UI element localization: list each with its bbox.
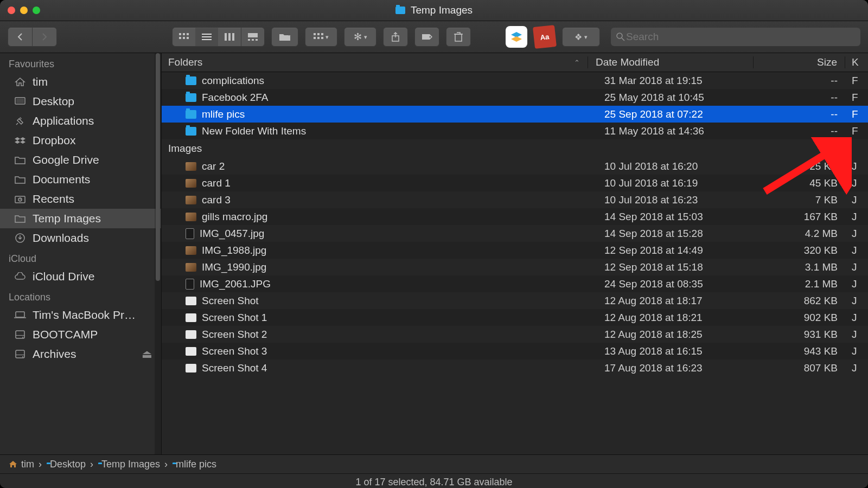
forward-button[interactable] <box>32 27 57 47</box>
file-row[interactable]: Screen Shot 417 Aug 2018 at 16:23807 KBJ <box>162 359 868 376</box>
group-header[interactable]: Images <box>162 139 868 158</box>
sidebar-item[interactable]: Google Drive <box>0 150 161 170</box>
breadcrumb-item[interactable]: Desktop <box>46 459 86 470</box>
file-row[interactable]: complications31 Mar 2018 at 19:15--F <box>162 72 868 89</box>
zoom-window-button[interactable] <box>33 7 40 14</box>
file-date: 12 Sep 2018 at 15:18 <box>597 261 762 273</box>
svg-rect-37 <box>16 355 24 355</box>
cloud-icon <box>14 272 26 281</box>
file-row[interactable]: Screen Shot 313 Aug 2018 at 16:15943 KBJ <box>162 343 868 359</box>
file-row[interactable]: mlife pics25 Sep 2018 at 07:22--F <box>162 106 868 123</box>
file-date: 14 Sep 2018 at 15:03 <box>597 211 762 223</box>
breadcrumb-item[interactable]: Temp Images <box>98 459 160 470</box>
file-size: 167 KB <box>762 211 845 223</box>
file-row[interactable]: Facebook 2FA25 May 2018 at 10:45--F <box>162 89 868 106</box>
column-size[interactable]: Size <box>753 56 845 68</box>
file-row[interactable]: IMG_1990.jpg12 Sep 2018 at 15:183.1 MBJ <box>162 259 868 275</box>
action-button[interactable]: ✻ ▾ <box>344 27 376 47</box>
eject-icon[interactable]: ⏏ <box>142 348 152 361</box>
dropbox-button[interactable]: ❖ ▾ <box>562 27 600 47</box>
breadcrumb-label: tim <box>21 459 34 470</box>
column-date[interactable]: Date Modified <box>588 56 753 68</box>
breadcrumb-label: Desktop <box>50 459 86 470</box>
sidebar-item-label: Documents <box>33 173 90 186</box>
column-kind[interactable]: K <box>845 56 868 68</box>
sidebar-item[interactable]: BOOTCAMP <box>0 325 161 344</box>
sidebar-scrollbar[interactable] <box>155 53 161 454</box>
file-size: 320 KB <box>762 245 845 256</box>
sidebar-item[interactable]: Temp Images <box>0 209 161 228</box>
breadcrumb-item[interactable]: tim <box>9 459 34 470</box>
back-button[interactable] <box>8 27 32 47</box>
chevron-right-icon: › <box>90 459 93 470</box>
folder-icon <box>14 175 26 184</box>
sidebar-item[interactable]: Desktop <box>0 92 161 111</box>
sidebar-item[interactable]: Downloads <box>0 228 161 248</box>
new-folder-button[interactable]: + <box>271 27 298 47</box>
chevron-down-icon: ▾ <box>584 34 588 41</box>
tags-button[interactable] <box>414 27 439 47</box>
sidebar-item-label: Dropbox <box>33 134 75 147</box>
file-date: 31 Mar 2018 at 19:15 <box>597 75 762 87</box>
sidebar-item-label: iCloud Drive <box>33 270 94 283</box>
search-field[interactable] <box>611 28 860 46</box>
title-bar[interactable]: Temp Images <box>0 0 868 21</box>
file-thumbnail-icon <box>186 364 196 373</box>
svg-rect-0 <box>179 33 181 35</box>
sidebar-item[interactable]: Tim's MacBook Pr… <box>0 305 161 325</box>
file-row[interactable]: car 210 Jul 2018 at 16:2025 KBJ <box>162 158 868 175</box>
breadcrumb-label: Temp Images <box>101 459 160 470</box>
sidebar-item-label: BOOTCAMP <box>33 328 98 341</box>
folder-icon <box>186 76 196 85</box>
sidebar-item-label: Applications <box>33 114 94 127</box>
folder-icon <box>14 214 26 223</box>
dictionary-app-icon[interactable]: Aa <box>533 25 557 49</box>
column-name[interactable]: Folders ⌃ <box>162 56 588 68</box>
sidebar-item[interactable]: Applications <box>0 111 161 131</box>
file-row[interactable]: Screen Shot12 Aug 2018 at 18:17862 KBJ <box>162 292 868 309</box>
gallery-view-button[interactable] <box>241 27 265 47</box>
app-icon-1[interactable] <box>506 26 527 48</box>
sidebar-item[interactable]: Dropbox <box>0 131 161 150</box>
file-row[interactable]: IMG_1988.jpg12 Sep 2018 at 14:49320 KBJ <box>162 242 868 259</box>
file-list: Folders ⌃ Date Modified Size K complicat… <box>162 53 868 454</box>
file-name: IMG_1988.jpg <box>202 245 266 256</box>
file-kind: J <box>845 345 868 357</box>
file-name: card 3 <box>202 194 231 206</box>
file-size: 931 KB <box>762 329 845 341</box>
sidebar-item-label: Desktop <box>33 95 74 108</box>
svg-rect-4 <box>183 37 185 39</box>
share-button[interactable] <box>383 27 408 47</box>
breadcrumb-item[interactable]: mlife pics <box>172 459 216 470</box>
file-date: 12 Aug 2018 at 18:21 <box>597 312 762 324</box>
sidebar-item[interactable]: Documents <box>0 170 161 189</box>
file-thumbnail-icon <box>186 347 196 356</box>
file-row[interactable]: IMG_0457.jpg14 Sep 2018 at 15:284.2 MBJ <box>162 225 868 242</box>
file-row[interactable]: card 110 Jul 2018 at 16:1945 KBJ <box>162 175 868 191</box>
desktop-icon <box>14 97 26 106</box>
sidebar-item-label: tim <box>33 75 48 88</box>
file-row[interactable]: Screen Shot 212 Aug 2018 at 18:25931 KBJ <box>162 326 868 343</box>
close-window-button[interactable] <box>8 7 15 14</box>
file-row[interactable]: gills macro.jpg14 Sep 2018 at 15:03167 K… <box>162 208 868 225</box>
sidebar-item[interactable]: iCloud Drive <box>0 267 161 286</box>
file-row[interactable]: New Folder With Items11 May 2018 at 14:3… <box>162 123 868 139</box>
file-size: -- <box>762 92 845 104</box>
sidebar-item[interactable]: Archives⏏ <box>0 344 161 364</box>
file-row[interactable]: card 310 Jul 2018 at 16:237 KBJ <box>162 191 868 208</box>
file-row[interactable]: IMG_2061.JPG24 Sep 2018 at 08:352.1 MBJ <box>162 275 868 292</box>
sidebar-item[interactable]: Recents <box>0 189 161 209</box>
chevron-right-icon: › <box>164 459 168 470</box>
group-by-button[interactable]: ▾ <box>305 27 337 47</box>
file-row[interactable]: Screen Shot 112 Aug 2018 at 18:21902 KBJ <box>162 309 868 326</box>
search-input[interactable] <box>625 30 855 43</box>
svg-rect-19 <box>321 33 323 35</box>
sidebar-item[interactable]: tim <box>0 72 161 92</box>
list-view-button[interactable] <box>195 27 218 47</box>
file-size: -- <box>762 108 845 120</box>
column-view-button[interactable] <box>218 27 241 47</box>
icon-view-button[interactable] <box>172 27 195 47</box>
file-date: 12 Sep 2018 at 14:49 <box>597 245 762 256</box>
minimize-window-button[interactable] <box>20 7 28 14</box>
trash-button[interactable] <box>446 27 471 47</box>
